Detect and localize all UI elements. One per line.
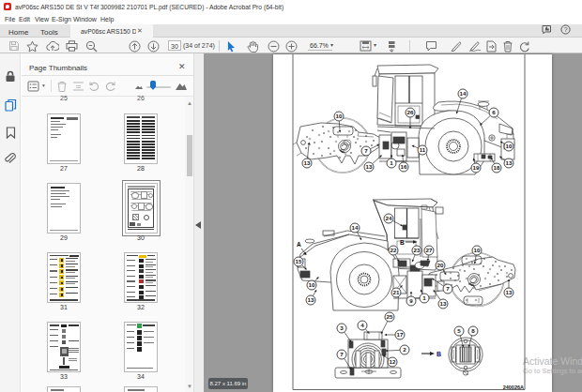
svg-text:10: 10	[474, 247, 481, 253]
svg-text:13: 13	[506, 159, 513, 166]
svg-text:13: 13	[304, 159, 311, 166]
svg-text:5: 5	[457, 327, 461, 334]
svg-text:15: 15	[296, 258, 302, 264]
svg-text:1: 1	[422, 294, 426, 301]
svg-text:3: 3	[340, 324, 344, 331]
svg-text:10: 10	[336, 113, 343, 119]
svg-text:240026A: 240026A	[503, 384, 524, 390]
svg-text:8: 8	[471, 327, 475, 334]
svg-text:10: 10	[506, 143, 513, 149]
svg-text:25: 25	[387, 313, 393, 320]
svg-text:7: 7	[340, 351, 344, 357]
svg-text:2: 2	[403, 346, 406, 353]
svg-text:7: 7	[446, 285, 450, 292]
svg-text:17: 17	[397, 331, 404, 338]
svg-text:13: 13	[506, 289, 513, 295]
svg-text:13: 13	[366, 163, 373, 170]
svg-text:24: 24	[386, 215, 392, 221]
svg-text:9: 9	[409, 297, 413, 304]
svg-text:21: 21	[393, 289, 400, 295]
svg-text:14: 14	[352, 224, 359, 231]
svg-text:4: 4	[360, 322, 364, 328]
svg-text:18: 18	[494, 164, 500, 171]
svg-text:20: 20	[437, 262, 444, 268]
svg-text:A: A	[297, 241, 301, 248]
svg-text:23: 23	[414, 247, 421, 253]
svg-text:19: 19	[473, 164, 480, 171]
svg-text:6: 6	[492, 109, 496, 115]
svg-text:12: 12	[390, 358, 396, 365]
svg-text:B: B	[436, 351, 441, 357]
svg-text:16: 16	[401, 163, 407, 170]
svg-text:7: 7	[364, 147, 368, 154]
svg-text:26: 26	[407, 109, 414, 115]
svg-text:11: 11	[420, 146, 426, 153]
svg-text:B: B	[400, 239, 405, 246]
svg-text:14: 14	[460, 90, 467, 97]
svg-text:22: 22	[391, 247, 397, 253]
svg-text:27: 27	[426, 247, 433, 253]
svg-text:1: 1	[390, 159, 393, 166]
svg-text:13: 13	[440, 300, 447, 307]
svg-text:10: 10	[309, 281, 315, 288]
svg-text:13: 13	[308, 296, 314, 303]
